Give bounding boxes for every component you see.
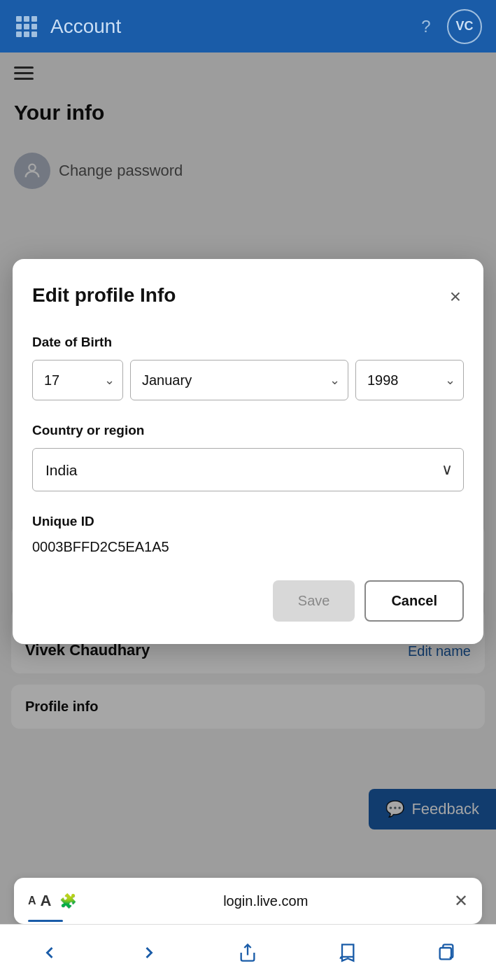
month-select[interactable]: January FebruaryMarchApril MayJuneJuly A… [130, 360, 348, 400]
app-header: Account ? VC [0, 0, 496, 52]
text-size-small-label: A [28, 895, 36, 907]
url-display[interactable]: login.live.com [85, 893, 446, 909]
month-select-wrapper: January FebruaryMarchApril MayJuneJuly A… [130, 360, 348, 400]
page-title: Account [50, 15, 412, 38]
bottom-navigation [0, 924, 496, 980]
cancel-button[interactable]: Cancel [364, 580, 464, 622]
avatar[interactable]: VC [447, 9, 482, 44]
svg-rect-2 [440, 948, 451, 959]
help-button[interactable]: ? [412, 13, 440, 41]
day-select[interactable]: 17 1234 5678 9101112 13141516 18192021 2… [32, 360, 123, 400]
browser-underline [28, 920, 63, 922]
modal-header: Edit profile Info × [32, 284, 464, 309]
grid-icon [16, 16, 37, 37]
modal-title: Edit profile Info [32, 284, 176, 307]
browser-close-button[interactable]: ✕ [454, 891, 468, 911]
back-button[interactable] [29, 935, 71, 970]
page-content: Your info Change password Add a photo Fu… [0, 52, 496, 980]
forward-button[interactable] [128, 935, 170, 970]
tabs-button[interactable] [425, 935, 467, 970]
browser-extension-icon[interactable]: 🧩 [59, 892, 77, 909]
share-button[interactable] [227, 935, 269, 970]
modal-actions: Save Cancel [32, 580, 464, 622]
unique-id-value: 0003BFFD2C5EA1A5 [32, 539, 464, 555]
year-select-wrapper: 1998 199019911992 199319941995 199619971… [355, 360, 464, 400]
text-size-control[interactable]: A A [28, 892, 51, 910]
dob-label: Date of Birth [32, 335, 464, 350]
grid-menu-button[interactable] [14, 14, 39, 39]
dob-row: 17 1234 5678 9101112 13141516 18192021 2… [32, 360, 464, 400]
country-label: Country or region [32, 423, 464, 438]
edit-profile-modal: Edit profile Info × Date of Birth 17 123… [13, 259, 483, 644]
browser-address-bar[interactable]: A A 🧩 login.live.com ✕ [14, 878, 482, 924]
country-select[interactable]: India United States United Kingdom Canad… [32, 448, 464, 491]
unique-id-section: Unique ID 0003BFFD2C5EA1A5 [32, 514, 464, 555]
bookmarks-button[interactable] [326, 935, 368, 970]
day-select-wrapper: 17 1234 5678 9101112 13141516 18192021 2… [32, 360, 123, 400]
unique-id-label: Unique ID [32, 514, 464, 529]
modal-close-button[interactable]: × [447, 284, 464, 309]
save-button: Save [273, 580, 355, 622]
text-size-large-label: A [41, 892, 52, 910]
country-select-wrapper: India United States United Kingdom Canad… [32, 448, 464, 491]
year-select[interactable]: 1998 199019911992 199319941995 199619971… [355, 360, 464, 400]
